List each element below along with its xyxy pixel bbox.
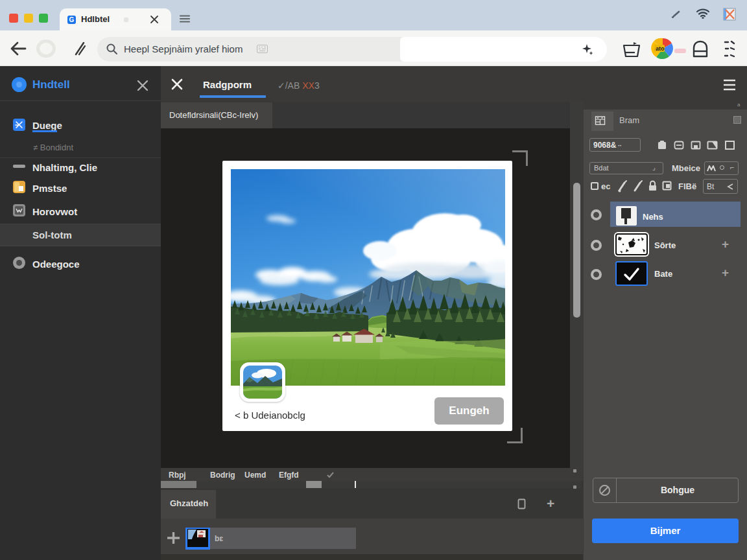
svg-text:ato: ato <box>656 45 665 52</box>
